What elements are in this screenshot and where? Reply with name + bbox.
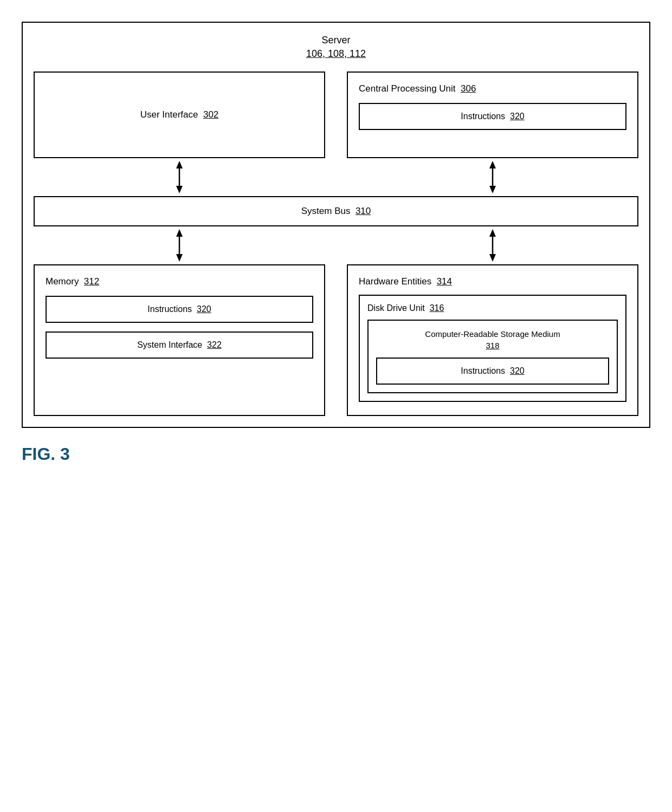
cpu-box: Central Processing Unit 306 Instructions… <box>347 72 638 158</box>
memory-box: Memory 312 Instructions 320 System Inter… <box>34 264 325 416</box>
bottom-row: Memory 312 Instructions 320 System Inter… <box>34 264 638 416</box>
main-server-box: Server 106, 108, 112 User Interface 302 … <box>22 22 650 428</box>
svg-marker-5 <box>489 186 496 193</box>
storage-medium-label: Computer-Readable Storage Medium 318 <box>376 328 609 351</box>
hardware-label: Hardware Entities 314 <box>359 276 626 287</box>
arrow-row-top <box>34 158 638 196</box>
arrow-row-bottom <box>34 226 638 264</box>
top-row: User Interface 302 Central Processing Un… <box>34 72 638 158</box>
server-title: Server <box>34 34 638 47</box>
cpu-label: Central Processing Unit 306 <box>359 83 476 94</box>
user-interface-label: User Interface 302 <box>140 109 219 120</box>
memory-label: Memory 312 <box>46 276 313 287</box>
svg-marker-8 <box>176 254 183 262</box>
system-bus-box: System Bus 310 <box>34 196 638 226</box>
user-interface-box: User Interface 302 <box>34 72 325 158</box>
svg-marker-2 <box>176 186 183 193</box>
arrow-col-bottom-right <box>347 229 638 262</box>
arrow-col-bottom-left <box>34 229 325 262</box>
svg-marker-0 <box>176 161 183 168</box>
bidirectional-arrow-right <box>482 161 503 193</box>
svg-marker-11 <box>489 254 496 262</box>
bidirectional-arrow-bottom-right <box>482 229 503 262</box>
disk-drive-label: Disk Drive Unit 316 <box>367 303 618 313</box>
server-label: Server 106, 108, 112 <box>34 34 638 61</box>
cpu-instructions-box: Instructions 320 <box>359 103 626 130</box>
bidirectional-arrow-bottom-left <box>169 229 190 262</box>
svg-marker-9 <box>489 229 496 237</box>
hardware-box: Hardware Entities 314 Disk Drive Unit 31… <box>347 264 638 416</box>
svg-marker-3 <box>489 161 496 168</box>
system-interface-box: System Interface 322 <box>46 332 313 359</box>
memory-instructions-box: Instructions 320 <box>46 296 313 323</box>
disk-drive-box: Disk Drive Unit 316 Computer-Readable St… <box>359 295 626 402</box>
disk-instructions-box: Instructions 320 <box>376 358 609 385</box>
arrow-col-left <box>34 161 325 193</box>
svg-marker-6 <box>176 229 183 237</box>
page-container: Server 106, 108, 112 User Interface 302 … <box>22 22 650 464</box>
arrow-col-right <box>347 161 638 193</box>
bidirectional-arrow-left <box>169 161 190 193</box>
storage-medium-box: Computer-Readable Storage Medium 318 Ins… <box>367 320 618 393</box>
fig-label: FIG. 3 <box>22 444 650 464</box>
server-ref: 106, 108, 112 <box>34 47 638 61</box>
